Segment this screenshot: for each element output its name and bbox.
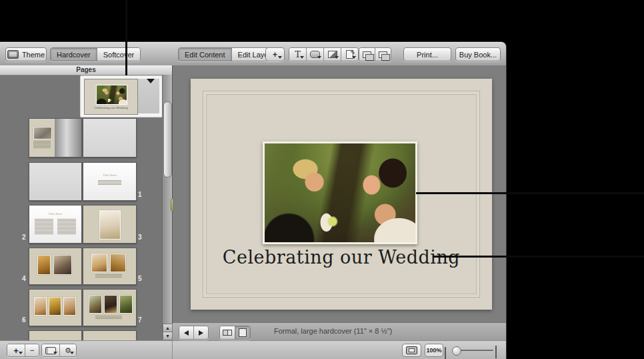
photo bbox=[110, 254, 126, 272]
down-arrow-icon: ▼ bbox=[165, 334, 170, 338]
page-1-thumbnail[interactable]: Title Here bbox=[83, 162, 137, 201]
theme-button[interactable]: Theme bbox=[5, 47, 47, 61]
title-placeholder-text: Title Here bbox=[83, 173, 136, 177]
scroll-down-button[interactable]: ▼ bbox=[163, 332, 173, 340]
iphoto-book-window: Theme Hardcover Softcover Edit Content E… bbox=[0, 42, 506, 359]
bottom-bar: + − ⚙ 100% bbox=[0, 340, 506, 359]
photo bbox=[63, 297, 76, 316]
bring-forward-icon bbox=[363, 51, 371, 58]
chevron-down-icon bbox=[352, 56, 356, 59]
page-4-thumbnail[interactable] bbox=[29, 248, 82, 285]
cover-options-disclosure-icon[interactable] bbox=[147, 79, 155, 83]
bring-forward-button[interactable] bbox=[359, 48, 375, 61]
fit-icon bbox=[406, 346, 417, 354]
minus-icon: − bbox=[29, 346, 34, 355]
page-2-thumbnail[interactable]: Title Here bbox=[29, 205, 82, 244]
content-tools-group: T ✎ bbox=[289, 47, 359, 61]
chevron-down-icon bbox=[317, 56, 321, 59]
chevron-down-icon bbox=[19, 352, 23, 354]
callout-line-cover-thumbnail bbox=[125, 0, 127, 75]
spread-view-button[interactable] bbox=[220, 326, 235, 339]
chevron-down-icon bbox=[278, 56, 282, 59]
zoom-slider-thumb[interactable] bbox=[452, 346, 461, 356]
photo bbox=[53, 255, 72, 275]
hardcover-segment[interactable]: Hardcover bbox=[51, 48, 97, 61]
background-tool-button[interactable] bbox=[324, 48, 341, 61]
page-number: 1 bbox=[138, 191, 142, 198]
divider bbox=[172, 341, 173, 359]
page-3-thumbnail[interactable] bbox=[83, 205, 137, 244]
layout-settings-group: ⚙ bbox=[41, 344, 77, 357]
cover-thumbnail: Celebrating our Wedding bbox=[84, 79, 138, 115]
plus-icon: + bbox=[13, 346, 19, 356]
page-8-thumbnail-partial[interactable] bbox=[29, 330, 82, 341]
cover-photo-frame[interactable] bbox=[263, 141, 417, 244]
spread-view-icon bbox=[223, 330, 232, 336]
text-tool-button[interactable]: T bbox=[289, 48, 307, 61]
buy-book-button[interactable]: Buy Book... bbox=[455, 47, 501, 61]
settings-button[interactable]: ⚙ bbox=[60, 344, 76, 356]
page-number: 3 bbox=[138, 234, 142, 241]
remove-page-button[interactable]: − bbox=[25, 344, 39, 356]
actual-size-button[interactable]: 100% bbox=[425, 344, 443, 357]
view-mode-segmented bbox=[219, 326, 251, 340]
single-page-view-button[interactable] bbox=[235, 326, 250, 339]
title-placeholder-text: Title Here bbox=[29, 212, 81, 216]
softcover-segment[interactable]: Softcover bbox=[97, 48, 140, 61]
page-7-thumbnail[interactable] bbox=[83, 289, 137, 326]
scrollbar-thumb[interactable] bbox=[163, 101, 172, 177]
photo bbox=[89, 295, 102, 314]
edit-content-segment[interactable]: Edit Content bbox=[179, 48, 232, 61]
right-arrow-icon bbox=[199, 330, 203, 336]
pages-header: Pages bbox=[0, 65, 172, 75]
caption-tool-button[interactable]: ✎ bbox=[341, 48, 358, 61]
photo bbox=[104, 295, 117, 314]
callout-line-title bbox=[433, 256, 644, 258]
theme-button-label: Theme bbox=[22, 51, 45, 59]
single-page-icon bbox=[239, 328, 247, 337]
cover-spine-thumbnail bbox=[138, 79, 159, 113]
pen-icon: ✎ bbox=[350, 49, 355, 56]
cover-thumbnail-photo bbox=[96, 85, 127, 105]
chevron-down-icon bbox=[70, 352, 74, 354]
page-number: 6 bbox=[22, 316, 26, 324]
photo bbox=[37, 255, 51, 275]
fit-to-window-button[interactable] bbox=[402, 344, 421, 357]
page-layout-button[interactable] bbox=[42, 344, 60, 356]
flyleaf-right-thumbnail[interactable] bbox=[83, 118, 137, 157]
page-number: 4 bbox=[22, 275, 26, 282]
photo bbox=[119, 295, 133, 314]
book-cover-preview[interactable]: Celebrating our Wedding bbox=[191, 79, 492, 310]
page-number: 7 bbox=[138, 316, 142, 324]
cover-thumbnail-title: Celebrating our Wedding bbox=[85, 106, 137, 109]
blank-page-thumbnail[interactable] bbox=[29, 162, 82, 201]
page-navigation bbox=[179, 326, 209, 340]
page-6-thumbnail[interactable] bbox=[29, 289, 82, 326]
status-bar: Formal, large hardcover (11" × 8 ½") bbox=[173, 322, 506, 341]
chevron-down-icon bbox=[53, 352, 57, 354]
pages-sidebar: Pages Celebrating our Wedding Title Here… bbox=[0, 65, 173, 340]
page-5-thumbnail[interactable] bbox=[83, 248, 137, 285]
flyleaf-left-thumbnail[interactable] bbox=[29, 118, 82, 157]
add-pages-button[interactable]: + bbox=[265, 47, 285, 61]
page-9-thumbnail-partial[interactable] bbox=[83, 330, 137, 341]
add-page-button[interactable]: + bbox=[7, 344, 25, 356]
zoom-out-photo-icon bbox=[445, 347, 446, 359]
page-number: 2 bbox=[22, 234, 26, 241]
dress-photo bbox=[99, 210, 121, 240]
send-backward-icon bbox=[379, 51, 387, 58]
photo-tool-button[interactable] bbox=[307, 48, 324, 61]
wedding-photo[interactable] bbox=[265, 143, 415, 242]
send-backward-button[interactable] bbox=[375, 48, 391, 61]
photo bbox=[91, 254, 107, 272]
left-arrow-icon bbox=[184, 330, 189, 336]
print-button[interactable]: Print... bbox=[403, 47, 451, 61]
previous-page-button[interactable] bbox=[179, 326, 194, 339]
chevron-down-icon bbox=[335, 56, 339, 59]
flyleaf-photo bbox=[33, 127, 52, 139]
add-remove-page-group: + − bbox=[7, 344, 39, 357]
next-page-button[interactable] bbox=[194, 326, 208, 339]
chevron-down-icon bbox=[300, 56, 304, 59]
cover-thumbnail-selected[interactable]: Celebrating our Wedding bbox=[80, 75, 163, 117]
plus-icon: + bbox=[273, 50, 277, 59]
